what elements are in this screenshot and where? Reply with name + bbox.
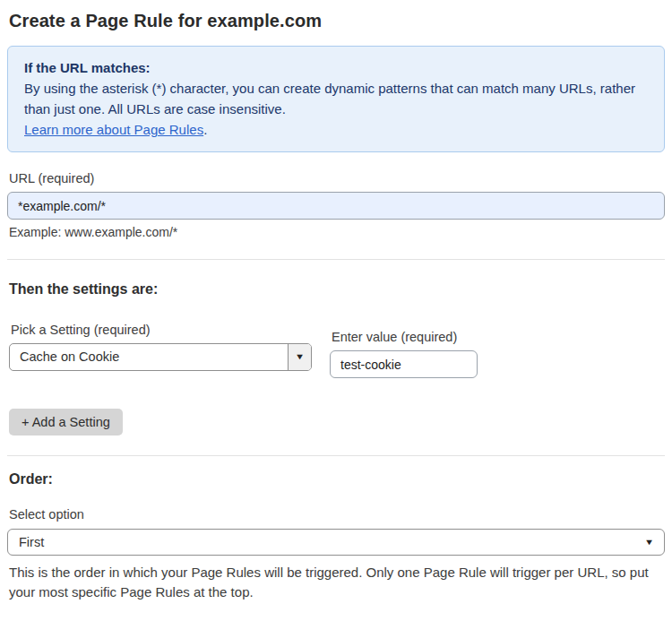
setting-value-input[interactable] [330, 350, 478, 378]
add-setting-button[interactable]: + Add a Setting [9, 409, 123, 436]
value-input-label: Enter value (required) [332, 330, 478, 344]
setting-select-arrow-button[interactable]: ▼ [288, 344, 311, 370]
page-rule-form: Create a Page Rule for example.com If th… [0, 0, 672, 621]
url-input[interactable] [7, 192, 665, 220]
order-select-label: Select option [9, 507, 665, 522]
url-field-section: URL (required) Example: www.example.com/… [7, 171, 665, 239]
page-title: Create a Page Rule for example.com [9, 11, 665, 31]
setting-select-value: Cache on Cookie [10, 344, 288, 370]
setting-select-label: Pick a Setting (required) [11, 323, 312, 337]
chevron-down-icon: ▼ [644, 539, 654, 547]
chevron-down-icon: ▼ [295, 353, 305, 361]
settings-section-heading: Then the settings are: [9, 281, 665, 298]
order-select[interactable]: First ▼ [7, 529, 665, 556]
divider-settings-order [7, 455, 665, 456]
order-section-heading: Order: [9, 471, 665, 487]
url-field-label: URL (required) [9, 171, 665, 185]
order-helper-text: This is the order in which your Page Rul… [9, 563, 665, 602]
info-box-heading: If the URL matches: [24, 57, 648, 78]
url-example-helper: Example: www.example.com/* [9, 225, 665, 239]
setting-picker-column: Pick a Setting (required) Cache on Cooki… [9, 323, 312, 378]
url-match-info-box: If the URL matches: By using the asteris… [7, 46, 665, 152]
learn-more-link[interactable]: Learn more about Page Rules [24, 122, 203, 137]
setting-value-column: Enter value (required) [330, 323, 478, 378]
setting-select[interactable]: Cache on Cookie ▼ [9, 343, 312, 371]
info-box-body: By using the asterisk (*) character, you… [24, 78, 648, 119]
info-box-link-line: Learn more about Page Rules. [24, 119, 648, 140]
settings-row: Pick a Setting (required) Cache on Cooki… [7, 323, 665, 378]
order-select-value: First [19, 535, 44, 549]
divider-url-settings [7, 259, 665, 260]
link-suffix: . [203, 122, 207, 137]
